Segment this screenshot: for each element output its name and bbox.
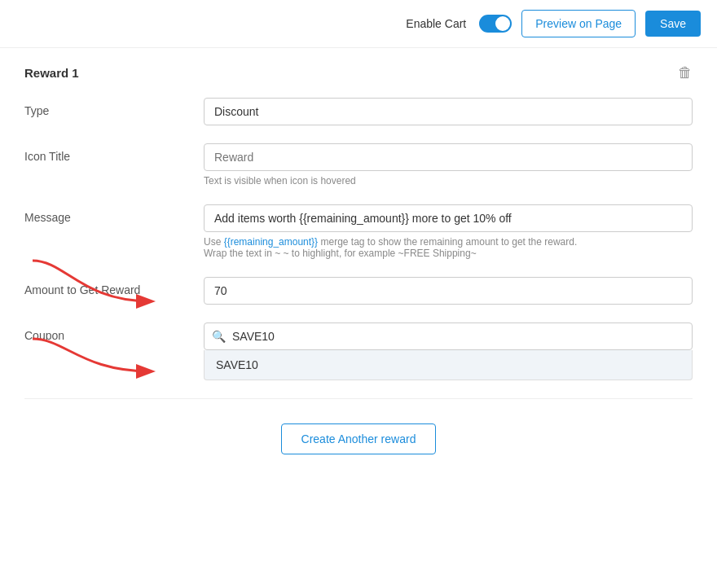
icon-title-row: Icon Title Text is visible when icon is … xyxy=(24,143,693,186)
message-hint: Use {{remaining_amount}} merge tag to sh… xyxy=(204,236,693,259)
save-button[interactable]: Save xyxy=(645,11,701,37)
coupon-dropdown: SAVE10 xyxy=(204,350,693,380)
message-label: Message xyxy=(24,204,204,224)
header-bar: Enable Cart Preview on Page Save xyxy=(0,0,717,48)
reward-title: Reward 1 xyxy=(24,66,79,80)
coupon-field: 🔍 SAVE10 xyxy=(204,323,693,380)
coupon-row: Coupon 🔍 SAVE10 xyxy=(24,323,693,380)
message-hint-line2: Wrap the text in ~ ~ to highlight, for e… xyxy=(204,248,477,259)
search-icon: 🔍 xyxy=(212,330,226,343)
amount-label: Amount to Get Reward xyxy=(24,277,204,296)
type-label: Type xyxy=(24,98,204,117)
trash-icon[interactable]: 🗑 xyxy=(678,64,693,81)
coupon-search-input[interactable] xyxy=(204,323,693,350)
amount-field xyxy=(204,277,693,305)
coupon-dropdown-item[interactable]: SAVE10 xyxy=(205,350,692,380)
icon-title-field: Text is visible when icon is hovered xyxy=(204,143,693,186)
reward-header: Reward 1 🗑 xyxy=(24,64,693,81)
amount-input[interactable] xyxy=(204,277,693,305)
type-row: Type xyxy=(24,98,693,125)
message-row: Message Use {{remaining_amount}} merge t… xyxy=(24,204,693,259)
message-input[interactable] xyxy=(204,204,693,232)
coupon-label: Coupon xyxy=(24,323,204,342)
enable-cart-toggle[interactable] xyxy=(479,15,512,33)
message-hint-line1: Use {{remaining_amount}} merge tag to sh… xyxy=(204,236,577,248)
type-field xyxy=(204,98,693,125)
create-another-reward-button[interactable]: Create Another reward xyxy=(281,423,437,454)
icon-title-input[interactable] xyxy=(204,143,693,171)
enable-cart-label: Enable Cart xyxy=(406,17,466,30)
icon-title-hint: Text is visible when icon is hovered xyxy=(204,175,693,186)
message-field: Use {{remaining_amount}} merge tag to sh… xyxy=(204,204,693,259)
icon-title-label: Icon Title xyxy=(24,143,204,163)
preview-on-page-button[interactable]: Preview on Page xyxy=(521,10,636,37)
main-content: Reward 1 🗑 Type Icon Title Text is visib… xyxy=(0,48,717,487)
create-reward-section: Create Another reward xyxy=(24,398,693,471)
type-input[interactable] xyxy=(204,98,693,125)
coupon-search-wrapper: 🔍 xyxy=(204,323,693,350)
amount-row: Amount to Get Reward xyxy=(24,277,693,305)
